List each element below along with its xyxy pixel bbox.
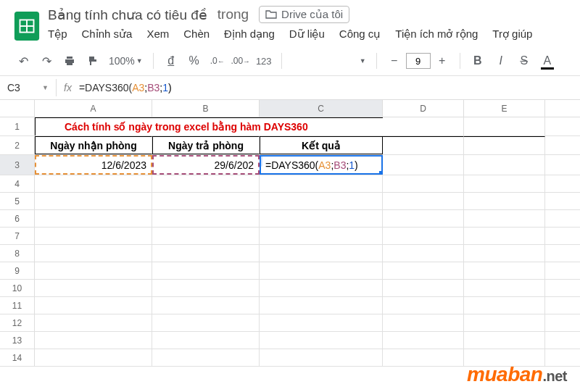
row-header-10[interactable]: 10 xyxy=(0,280,35,296)
formula-bar[interactable]: =DAYS360(A3;B3;1) xyxy=(79,80,172,95)
col-header-b[interactable]: B xyxy=(152,100,260,117)
cell-d1[interactable] xyxy=(383,117,464,135)
spreadsheet-grid[interactable]: A B C D E 1 Cách tính số ngày trong exce… xyxy=(0,100,580,367)
watermark: muaban.net xyxy=(467,363,567,386)
row-header-6[interactable]: 6 xyxy=(0,210,35,227)
formula-hint-badge[interactable]: ? xyxy=(260,155,262,167)
row-header-12[interactable]: 12 xyxy=(0,314,35,331)
menu-data[interactable]: Dữ liệu xyxy=(289,28,325,41)
row-header-11[interactable]: 11 xyxy=(0,297,35,314)
redo-button[interactable]: ↷ xyxy=(36,51,57,71)
col-header-e[interactable]: E xyxy=(464,100,545,117)
font-select[interactable]: ▼ xyxy=(289,57,369,64)
undo-button[interactable]: ↶ xyxy=(13,51,33,71)
cell-c2[interactable]: Kết quả xyxy=(260,136,383,154)
row-header-14[interactable]: 14 xyxy=(0,349,35,366)
decrease-decimal-button[interactable]: .0← xyxy=(207,51,228,71)
italic-button[interactable]: I xyxy=(491,51,511,71)
cell-d3[interactable] xyxy=(383,155,464,175)
cell-b3[interactable]: 29/6/202 xyxy=(152,155,260,175)
menu-insert[interactable]: Chèn xyxy=(183,28,210,41)
in-label: trong xyxy=(218,7,249,22)
font-size-control: − + xyxy=(384,51,452,71)
font-size-increase[interactable]: + xyxy=(432,51,452,71)
sheets-logo-icon[interactable] xyxy=(13,7,41,45)
fx-icon: fx xyxy=(57,82,79,93)
percent-button[interactable]: % xyxy=(184,51,204,71)
cell-a4[interactable] xyxy=(35,175,152,192)
menu-extensions[interactable]: Tiện ích mở rộng xyxy=(395,28,478,41)
menu-tools[interactable]: Công cụ xyxy=(339,28,381,41)
menu-bar: Tệp Chỉnh sửa Xem Chèn Định dạng Dữ liệu… xyxy=(48,25,532,46)
toolbar: ↶ ↷ 100% ▼ đ % .0← .00→ 123 ▼ − + B I S … xyxy=(0,46,580,76)
cell-b2[interactable]: Ngày trả phòng xyxy=(152,136,260,154)
print-button[interactable] xyxy=(59,51,80,71)
menu-format[interactable]: Định dạng xyxy=(224,28,275,41)
row-header-8[interactable]: 8 xyxy=(0,245,35,262)
font-size-input[interactable] xyxy=(406,53,431,69)
font-size-decrease[interactable]: − xyxy=(384,51,405,71)
number-format-button[interactable]: 123 xyxy=(254,51,274,71)
name-box[interactable]: C3▼ xyxy=(0,79,57,96)
cell-d2[interactable] xyxy=(383,136,464,154)
row-header-13[interactable]: 13 xyxy=(0,332,35,349)
row-header-3[interactable]: 3 xyxy=(0,155,35,175)
cell-a3[interactable]: 12/6/2023 xyxy=(35,155,152,175)
menu-view[interactable]: Xem xyxy=(146,28,169,41)
col-header-d[interactable]: D xyxy=(383,100,464,117)
col-header-c[interactable]: C xyxy=(260,100,383,117)
cell-c3-active[interactable]: ? =DAYS360(A3;B3;1) xyxy=(260,155,383,175)
col-header-a[interactable]: A xyxy=(35,100,152,117)
bold-button[interactable]: B xyxy=(468,51,488,71)
row-header-9[interactable]: 9 xyxy=(0,262,35,279)
row-header-1[interactable]: 1 xyxy=(0,117,35,135)
cell-e2[interactable] xyxy=(464,136,545,154)
row-header-4[interactable]: 4 xyxy=(0,175,35,192)
row-header-2[interactable]: 2 xyxy=(0,136,35,154)
folder-icon xyxy=(265,9,277,20)
row-header-5[interactable]: 5 xyxy=(0,193,35,209)
currency-button[interactable]: đ xyxy=(161,51,181,71)
select-all-corner[interactable] xyxy=(0,100,35,117)
paint-format-button[interactable] xyxy=(83,51,103,71)
cell-a1[interactable]: Cách tính số ngày trong excel bằng hàm D… xyxy=(35,117,383,135)
drive-location[interactable]: Drive của tôi xyxy=(259,6,349,23)
doc-title[interactable]: Bảng tính chưa có tiêu đề xyxy=(48,7,207,23)
menu-file[interactable]: Tệp xyxy=(48,28,67,41)
increase-decimal-button[interactable]: .00→ xyxy=(231,51,251,71)
cell-a2[interactable]: Ngày nhận phòng xyxy=(35,136,152,154)
menu-help[interactable]: Trợ giúp xyxy=(492,28,532,41)
cell-e1[interactable] xyxy=(464,117,545,135)
strikethrough-button[interactable]: S xyxy=(514,51,534,71)
text-color-button[interactable]: A xyxy=(537,51,558,71)
menu-edit[interactable]: Chỉnh sửa xyxy=(82,28,133,41)
zoom-select[interactable]: 100% ▼ xyxy=(106,55,146,67)
cell-e3[interactable] xyxy=(464,155,545,175)
row-header-7[interactable]: 7 xyxy=(0,228,35,244)
